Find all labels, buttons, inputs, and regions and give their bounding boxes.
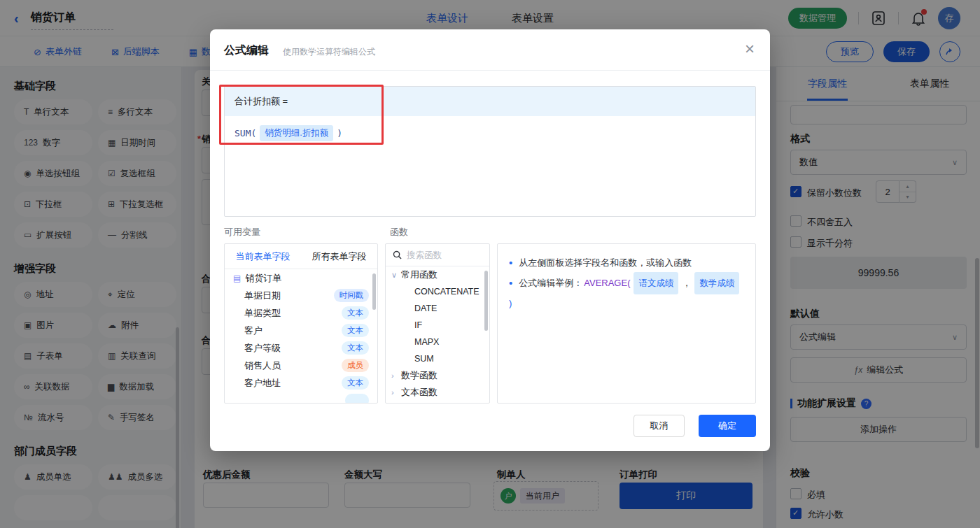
variable-row-partial[interactable] — [225, 392, 377, 404]
variable-name: 客户 — [244, 324, 262, 337]
variables-tabs: 当前表单字段 所有表单字段 — [225, 244, 377, 269]
formula-edit-modal: 公式编辑 使用数学运算符编辑公式 × 合计折扣额 = SUM( 销货明细.折扣额… — [210, 29, 770, 451]
function-label: 常用函数 — [401, 269, 438, 281]
variable-row[interactable]: 单据类型 文本 — [225, 304, 377, 322]
function-label: DATE — [414, 304, 437, 313]
function-item[interactable]: IF — [386, 317, 489, 334]
function-label: SUM — [414, 354, 434, 364]
tip-example-close: ) — [509, 294, 512, 313]
variable-type-badge: 时间戳 — [334, 289, 370, 302]
variable-name: 销售人员 — [244, 359, 281, 372]
form-designer-page: ‹ 销货订单 表单设计 表单设置 数据管理 存 ⊘ — [0, 0, 980, 528]
form-doc-icon: ▤ — [233, 273, 241, 283]
tip-line-2: • 公式编辑举例： AVERAGE( 语文成绩 ， 数学成绩 ) — [509, 272, 744, 313]
variable-type-badge: 文本 — [342, 324, 369, 337]
tree-chevron-icon: › — [391, 371, 401, 380]
function-label: 文本函数 — [401, 386, 438, 399]
formula-field-chip: 销货明细.折扣额 — [260, 125, 333, 141]
variable-type-badge — [345, 394, 369, 404]
formula-function-token: SUM( — [234, 128, 256, 138]
close-icon[interactable]: × — [745, 39, 755, 59]
tip-example-function: AVERAGE( — [584, 274, 630, 292]
variables-section-label: 可用变量 — [224, 226, 260, 238]
function-label: 数学函数 — [401, 369, 438, 382]
formula-close-token: ) — [337, 128, 342, 138]
variables-scrollbar[interactable] — [372, 273, 376, 310]
variable-name: 单据类型 — [244, 307, 281, 320]
formula-target-row: 合计折扣额 = — [225, 87, 755, 116]
bullet-icon: • — [509, 254, 512, 272]
tip-example-chip: 数学成绩 — [694, 272, 739, 294]
variables-root-label: 销货订单 — [245, 272, 281, 285]
function-label: CONCATENATE — [414, 287, 479, 297]
variable-name: 客户等级 — [244, 342, 281, 355]
tip-text: 从左侧面板选择字段名和函数，或输入函数 — [519, 254, 692, 272]
confirm-button[interactable]: 确定 — [699, 415, 756, 437]
variable-type-badge: 文本 — [342, 306, 369, 320]
function-item[interactable]: ∨ 常用函数 — [386, 266, 489, 283]
tab-all-form-fields[interactable]: 所有表单字段 — [301, 244, 377, 269]
function-item[interactable]: CONCATENATE — [386, 283, 489, 300]
tip-example-prefix: 公式编辑举例： — [519, 274, 582, 292]
function-search[interactable] — [386, 244, 489, 266]
variable-row[interactable]: 客户等级 文本 — [225, 339, 377, 357]
variable-row[interactable]: 客户 文本 — [225, 322, 377, 339]
variable-type-badge: 文本 — [342, 376, 369, 390]
variable-row[interactable]: 单据日期 时间戳 — [225, 287, 377, 304]
functions-section-label: 函数 — [390, 226, 408, 238]
bullet-icon: • — [509, 274, 512, 292]
variables-field-list: 单据日期 时间戳 单据类型 文本 客户 文本 客户等级 — [225, 287, 377, 392]
variables-panel: 当前表单字段 所有表单字段 ▤ 销货订单 单据日期 时间戳 单据类型 文本 — [224, 243, 378, 404]
formula-target-label: 合计折扣额 = — [234, 95, 288, 108]
tree-chevron-icon: › — [391, 388, 401, 397]
modal-title: 公式编辑 — [224, 43, 269, 58]
formula-expression: SUM( 销货明细.折扣额 ) — [234, 125, 342, 141]
tab-current-form-fields[interactable]: 当前表单字段 — [225, 244, 301, 269]
tree-chevron-icon: ∨ — [391, 271, 401, 280]
variable-name: 客户地址 — [244, 377, 281, 390]
function-item[interactable]: › 数学函数 — [386, 367, 489, 384]
variable-type-badge: 成员 — [342, 359, 369, 372]
variables-root-row[interactable]: ▤ 销货订单 — [225, 269, 377, 287]
function-item[interactable]: DATE — [386, 300, 489, 317]
function-item[interactable]: › 文本函数 — [386, 384, 489, 401]
variable-row[interactable]: 销售人员 成员 — [225, 357, 377, 374]
variable-row[interactable]: 客户地址 文本 — [225, 374, 377, 392]
cancel-button[interactable]: 取消 — [634, 415, 685, 437]
tip-example-separator: ， — [682, 274, 691, 292]
tip-line-1: • 从左侧面板选择字段名和函数，或输入函数 — [509, 254, 744, 272]
tip-example-chip: 语文成绩 — [634, 272, 678, 294]
function-search-input[interactable] — [407, 250, 477, 260]
formula-tips-panel: • 从左侧面板选择字段名和函数，或输入函数 • 公式编辑举例： AVERAGE(… — [497, 243, 756, 404]
function-label: IF — [414, 320, 422, 330]
function-label: MAPX — [414, 337, 439, 347]
function-item[interactable]: SUM — [386, 350, 489, 367]
formula-editor[interactable]: 合计折扣额 = SUM( 销货明细.折扣额 ) — [224, 86, 756, 217]
variable-name: 单据日期 — [244, 290, 281, 302]
functions-scrollbar[interactable] — [484, 271, 488, 331]
modal-subtitle: 使用数学运算符编辑公式 — [283, 46, 375, 58]
function-item[interactable]: MAPX — [386, 334, 489, 350]
function-list: ∨ 常用函数 CONCATENATE DATE — [386, 266, 489, 401]
search-icon — [393, 250, 402, 259]
modal-header-divider — [210, 70, 770, 71]
functions-panel: ∨ 常用函数 CONCATENATE DATE — [385, 243, 490, 404]
variable-type-badge: 文本 — [342, 341, 369, 355]
